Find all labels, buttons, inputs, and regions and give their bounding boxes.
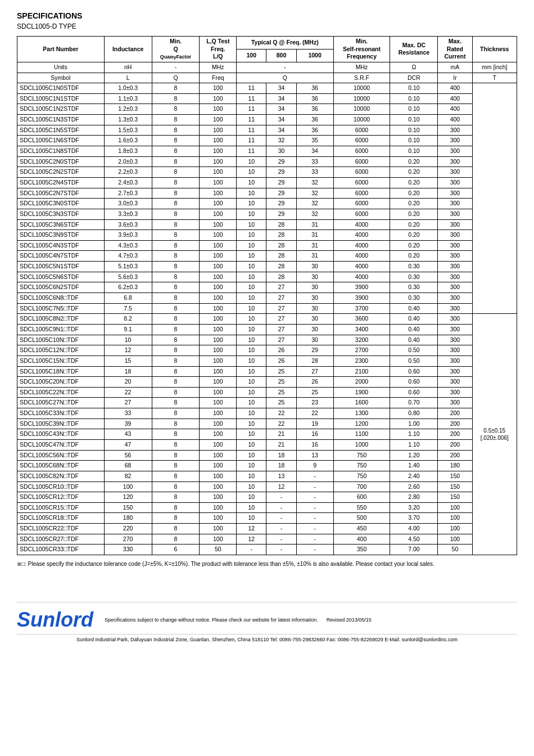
data-cell: 10000 [333, 83, 390, 94]
data-cell: 300 [438, 146, 472, 157]
data-cell: 6.2±0.3 [104, 282, 152, 293]
table-row: SDCL1005CR27□TDF270810012--4004.50100 [17, 534, 517, 544]
data-cell: 300 [438, 398, 472, 408]
data-cell: 150 [438, 482, 472, 492]
data-cell: 10 [237, 219, 266, 230]
data-cell: 300 [438, 314, 472, 325]
data-cell: 8 [152, 335, 200, 345]
table-row: SDCL1005CR15□TDF150810010--5503.20100 [17, 502, 517, 513]
data-cell: 100 [438, 513, 472, 524]
data-cell: 8 [152, 450, 200, 461]
data-cell: 22 [104, 387, 152, 398]
table-row: SDCL1005C82N□TDF8281001013-7502.40150 [17, 471, 517, 482]
data-cell: 100 [438, 502, 472, 513]
part-number-cell: SDCL1005C12N□TDF [17, 345, 105, 356]
table-row: SDCL1005C22N□TDF22810010252519000.60300 [17, 387, 517, 398]
part-number-cell: SDCL1005C20N□TDF [17, 377, 105, 388]
data-cell: 750 [333, 471, 390, 482]
data-cell: 8 [152, 93, 200, 104]
data-cell: 18 [266, 450, 296, 461]
data-cell: 100 [200, 450, 237, 461]
data-cell: 0.10 [390, 146, 438, 157]
data-cell: 8 [152, 230, 200, 241]
table-row: SDCL1005C39N□TDF39810010221912001.00200 [17, 418, 517, 429]
data-cell: 29 [296, 345, 333, 356]
data-cell: 26 [296, 377, 333, 388]
data-cell: 330 [104, 544, 152, 555]
table-row: SDCL1005CR12□TDF120810010--6002.80150 [17, 492, 517, 503]
data-cell: 300 [438, 356, 472, 366]
data-cell: 300 [438, 324, 472, 335]
data-cell: 0.20 [390, 209, 438, 219]
table-row: SDCL1005C10N□TDF10810010273032000.40300 [17, 335, 517, 345]
data-cell: 180 [438, 461, 472, 471]
data-cell: 100 [200, 377, 237, 388]
data-cell: - [296, 502, 333, 513]
data-cell: 27 [104, 398, 152, 408]
part-number-cell: SDCL1005C2N2STDF [17, 167, 105, 178]
thickness-cell: 0.5±0.15[.020±.006] [472, 314, 517, 555]
data-cell: 550 [333, 502, 390, 513]
data-cell: 8 [152, 408, 200, 419]
data-cell: 8 [152, 199, 200, 209]
data-cell: 0.20 [390, 219, 438, 230]
data-cell: 56 [104, 450, 152, 461]
table-row: SDCL1005C12N□TDF12810010262927000.50300 [17, 345, 517, 356]
data-cell: 750 [333, 450, 390, 461]
data-cell: 0.60 [390, 377, 438, 388]
data-cell: 2.60 [390, 482, 438, 492]
data-cell: 100 [104, 482, 152, 492]
data-cell: 10 [237, 513, 266, 524]
page-title: SPECIFICATIONS [17, 11, 517, 20]
data-cell: 0.20 [390, 251, 438, 262]
data-cell: 100 [200, 230, 237, 241]
data-cell: 1.20 [390, 450, 438, 461]
data-cell: 8 [152, 345, 200, 356]
data-cell: 21 [266, 439, 296, 450]
data-cell: 100 [200, 167, 237, 178]
data-cell: 4.50 [390, 534, 438, 544]
data-cell: 100 [200, 115, 237, 125]
data-cell: 30 [296, 324, 333, 335]
data-cell: 11 [237, 125, 266, 136]
data-cell: 8 [152, 377, 200, 388]
data-cell: 0.20 [390, 167, 438, 178]
data-cell: 10 [237, 377, 266, 388]
data-cell: 300 [438, 377, 472, 388]
data-cell: 8 [152, 167, 200, 178]
footer-revised: Revised 2013/05/15 [327, 617, 372, 623]
table-row: SDCL1005C4N7STDF4.7±0.3810010283140000.2… [17, 251, 517, 262]
table-row: SDCL1005C68N□TDF688100101897501.40180 [17, 461, 517, 471]
data-cell: 7.5 [104, 303, 152, 314]
data-cell: 100 [200, 471, 237, 482]
table-row: SDCL1005C5N1STDF5.1±0.3810010283040000.3… [17, 262, 517, 272]
data-cell: 700 [333, 482, 390, 492]
data-cell: 100 [200, 502, 237, 513]
data-cell: - [296, 492, 333, 503]
data-cell: 27 [266, 303, 296, 314]
data-cell: 0.40 [390, 324, 438, 335]
data-cell: 31 [296, 230, 333, 241]
data-cell: 6000 [333, 177, 390, 188]
data-cell: 2100 [333, 366, 390, 377]
data-cell: 7.00 [390, 544, 438, 555]
data-cell: 10 [237, 272, 266, 282]
data-cell: 10 [237, 482, 266, 492]
data-cell: 36 [296, 125, 333, 136]
data-cell: 300 [438, 272, 472, 282]
data-cell: 0.40 [390, 303, 438, 314]
data-cell: 10 [237, 324, 266, 335]
data-cell: 8 [152, 83, 200, 94]
data-cell: 11 [237, 115, 266, 125]
data-cell: 10 [237, 502, 266, 513]
data-cell: 26 [266, 356, 296, 366]
data-cell: 200 [438, 408, 472, 419]
data-cell: 3900 [333, 293, 390, 304]
data-cell: 100 [200, 492, 237, 503]
part-number-cell: SDCL1005C7N5□TDF [17, 303, 105, 314]
data-cell: 1.0±0.3 [104, 83, 152, 94]
data-cell: 1.10 [390, 439, 438, 450]
data-cell: 28 [266, 262, 296, 272]
data-cell: 28 [266, 230, 296, 241]
data-cell: 36 [296, 115, 333, 125]
